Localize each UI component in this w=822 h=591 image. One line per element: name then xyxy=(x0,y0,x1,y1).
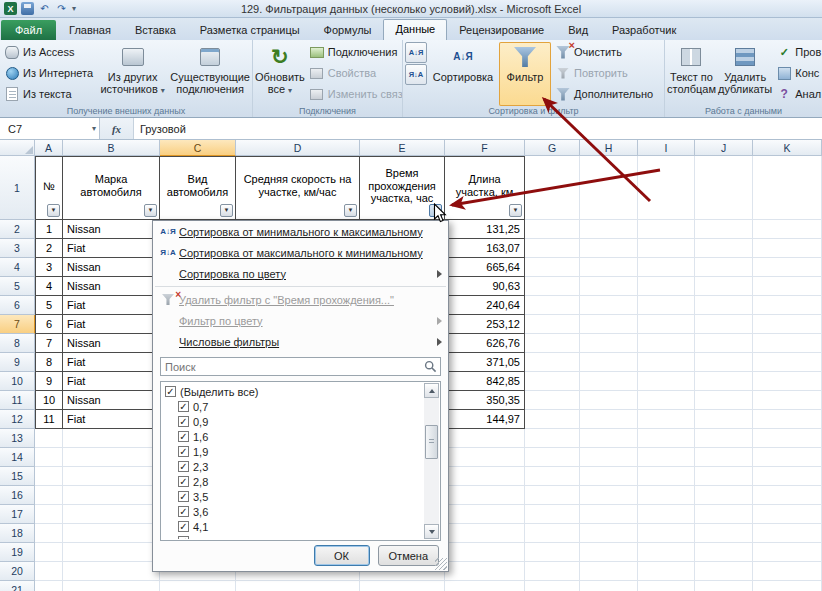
cell-H9[interactable] xyxy=(580,353,638,372)
tab-Вставка[interactable]: Вставка xyxy=(123,20,188,40)
cell-J7[interactable] xyxy=(695,315,753,334)
row-header-7[interactable]: 7 xyxy=(0,315,35,334)
cell-B3[interactable]: Fiat xyxy=(63,239,160,258)
cell-F14[interactable] xyxy=(445,448,525,467)
cell-I19[interactable] xyxy=(638,543,695,562)
autofilter-button-C1[interactable]: ▼ xyxy=(220,204,233,217)
cell-B10[interactable]: Fiat xyxy=(63,372,160,391)
cell-G13[interactable] xyxy=(525,429,580,448)
cell-H18[interactable] xyxy=(580,524,638,543)
filter-value-item[interactable]: ✓4,1 xyxy=(165,519,424,534)
filter-value-item[interactable]: ✓2,3 xyxy=(165,459,424,474)
cell-G7[interactable] xyxy=(525,315,580,334)
from-other-sources-button[interactable]: Из других источников ▾ xyxy=(97,42,168,106)
row-header-9[interactable]: 9 xyxy=(0,353,35,372)
cell-A17[interactable] xyxy=(35,505,63,524)
autofilter-button-D1[interactable]: ▼ xyxy=(344,204,357,217)
autofilter-button-E1[interactable]: ▼ xyxy=(429,204,442,217)
cell-B1[interactable]: Марка автомобиля▼ xyxy=(63,156,160,220)
cell-F18[interactable] xyxy=(445,524,525,543)
row-header-1[interactable]: 1 xyxy=(0,156,35,220)
cell-F21[interactable] xyxy=(445,581,525,591)
col-header-F[interactable]: F xyxy=(445,140,525,156)
filter-value-item[interactable]: ✓0,7 xyxy=(165,399,424,414)
col-header-J[interactable]: J xyxy=(695,140,753,156)
cell-A16[interactable] xyxy=(35,486,63,505)
cell-K20[interactable] xyxy=(753,562,822,581)
col-header-I[interactable]: I xyxy=(638,140,695,156)
cell-I20[interactable] xyxy=(638,562,695,581)
cell-K1[interactable] xyxy=(753,156,822,220)
autofilter-button-A1[interactable]: ▼ xyxy=(47,204,60,217)
cell-D1[interactable]: Средняя скорость на участке, км/час▼ xyxy=(236,156,360,220)
filter-value-item[interactable]: ✓3,6 xyxy=(165,504,424,519)
cell-K21[interactable] xyxy=(753,581,822,591)
cell-B2[interactable]: Nissan xyxy=(63,220,160,239)
cell-H21[interactable] xyxy=(580,581,638,591)
cell-B12[interactable]: Fiat xyxy=(63,410,160,429)
cell-F8[interactable]: 626,76 xyxy=(445,334,525,353)
cell-I7[interactable] xyxy=(638,315,695,334)
col-header-C[interactable]: C xyxy=(160,140,236,156)
row-header-14[interactable]: 14 xyxy=(0,448,35,467)
cell-J16[interactable] xyxy=(695,486,753,505)
cell-G12[interactable] xyxy=(525,410,580,429)
text-to-columns-button[interactable]: Текст по столбцам xyxy=(667,42,716,106)
cell-I15[interactable] xyxy=(638,467,695,486)
qat-dropdown-icon[interactable]: ▾ xyxy=(72,4,76,13)
col-header-G[interactable]: G xyxy=(525,140,580,156)
cell-C21[interactable] xyxy=(160,581,236,591)
cell-J12[interactable] xyxy=(695,410,753,429)
col-header-A[interactable]: A xyxy=(35,140,63,156)
cell-J8[interactable] xyxy=(695,334,753,353)
undo-icon[interactable]: ↶ xyxy=(38,2,51,15)
cell-F2[interactable]: 131,25 xyxy=(445,220,525,239)
cell-F6[interactable]: 240,64 xyxy=(445,296,525,315)
cell-I3[interactable] xyxy=(638,239,695,258)
cell-J15[interactable] xyxy=(695,467,753,486)
sort-dialog-button[interactable]: А↓Я Сортировка xyxy=(429,42,497,106)
cell-K7[interactable] xyxy=(753,315,822,334)
cell-I2[interactable] xyxy=(638,220,695,239)
cell-A15[interactable] xyxy=(35,467,63,486)
cell-J19[interactable] xyxy=(695,543,753,562)
from-access-button[interactable]: Из Access xyxy=(2,42,95,62)
menu-sort-ascending[interactable]: А↓Я Сортировка от минимального к максима… xyxy=(153,221,448,242)
cell-H14[interactable] xyxy=(580,448,638,467)
cell-H13[interactable] xyxy=(580,429,638,448)
cell-G4[interactable] xyxy=(525,258,580,277)
cell-I17[interactable] xyxy=(638,505,695,524)
row-header-6[interactable]: 6 xyxy=(0,296,35,315)
cell-F9[interactable]: 371,05 xyxy=(445,353,525,372)
cell-A21[interactable] xyxy=(35,581,63,591)
tab-Вид[interactable]: Вид xyxy=(556,20,600,40)
cell-H8[interactable] xyxy=(580,334,638,353)
row-header-10[interactable]: 10 xyxy=(0,372,35,391)
cell-A9[interactable]: 8 xyxy=(35,353,63,372)
cell-G21[interactable] xyxy=(525,581,580,591)
cell-H3[interactable] xyxy=(580,239,638,258)
cell-I10[interactable] xyxy=(638,372,695,391)
cell-K16[interactable] xyxy=(753,486,822,505)
select-all-corner[interactable] xyxy=(0,140,35,156)
cancel-button[interactable]: Отмена xyxy=(378,545,439,566)
cell-F10[interactable]: 842,85 xyxy=(445,372,525,391)
cell-I1[interactable] xyxy=(638,156,695,220)
cell-K17[interactable] xyxy=(753,505,822,524)
cell-H2[interactable] xyxy=(580,220,638,239)
cell-A4[interactable]: 3 xyxy=(35,258,63,277)
cell-B20[interactable] xyxy=(63,562,160,581)
cell-F19[interactable] xyxy=(445,543,525,562)
cell-H11[interactable] xyxy=(580,391,638,410)
row-header-20[interactable]: 20 xyxy=(0,562,35,581)
cell-K3[interactable] xyxy=(753,239,822,258)
cell-F13[interactable] xyxy=(445,429,525,448)
cell-J2[interactable] xyxy=(695,220,753,239)
cell-B18[interactable] xyxy=(63,524,160,543)
cell-A12[interactable]: 11 xyxy=(35,410,63,429)
col-header-K[interactable]: K xyxy=(753,140,822,156)
cell-G16[interactable] xyxy=(525,486,580,505)
cell-K2[interactable] xyxy=(753,220,822,239)
col-header-B[interactable]: B xyxy=(63,140,160,156)
cell-J20[interactable] xyxy=(695,562,753,581)
